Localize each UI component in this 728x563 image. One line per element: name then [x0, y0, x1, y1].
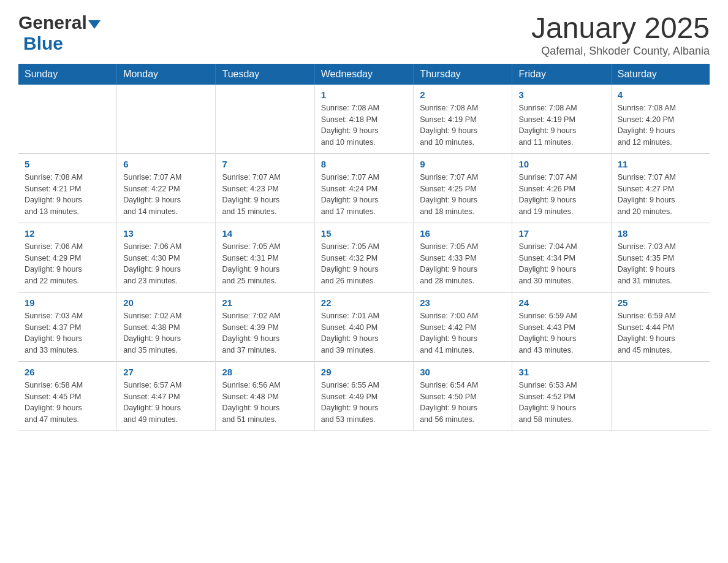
day-info: Sunrise: 7:07 AMSunset: 4:26 PMDaylight:…: [518, 172, 604, 218]
calendar-header-row: SundayMondayTuesdayWednesdayThursdayFrid…: [18, 64, 710, 85]
calendar-week-row: 19Sunrise: 7:03 AMSunset: 4:37 PMDayligh…: [18, 292, 710, 361]
logo-arrow-icon: [88, 20, 100, 29]
day-number: 30: [420, 367, 506, 377]
day-number: 1: [321, 90, 407, 100]
page-title: January 2025: [531, 12, 710, 45]
calendar-day-cell: 1Sunrise: 7:08 AMSunset: 4:18 PMDaylight…: [314, 85, 413, 154]
calendar-day-cell: 2Sunrise: 7:08 AMSunset: 4:19 PMDaylight…: [414, 85, 512, 154]
page-header: General Blue January 2025 Qafemal, Shkod…: [18, 12, 710, 58]
day-info: Sunrise: 7:07 AMSunset: 4:25 PMDaylight:…: [420, 172, 506, 218]
day-number: 22: [321, 297, 407, 308]
calendar-day-cell: 18Sunrise: 7:03 AMSunset: 4:35 PMDayligh…: [611, 223, 710, 292]
day-number: 27: [123, 367, 209, 377]
calendar-week-row: 5Sunrise: 7:08 AMSunset: 4:21 PMDaylight…: [18, 153, 710, 223]
day-info: Sunrise: 7:07 AMSunset: 4:27 PMDaylight:…: [618, 172, 703, 218]
logo-general-text: General: [18, 12, 87, 33]
day-info: Sunrise: 7:08 AMSunset: 4:19 PMDaylight:…: [420, 102, 506, 148]
day-number: 29: [321, 367, 407, 377]
calendar-day-cell: 14Sunrise: 7:05 AMSunset: 4:31 PMDayligh…: [216, 223, 314, 292]
calendar-day-cell: 31Sunrise: 6:53 AMSunset: 4:52 PMDayligh…: [512, 361, 611, 431]
calendar-day-cell: [216, 85, 314, 154]
day-number: 9: [420, 159, 506, 169]
day-info: Sunrise: 6:53 AMSunset: 4:52 PMDaylight:…: [518, 380, 604, 426]
day-number: 17: [518, 228, 604, 239]
day-number: 4: [618, 90, 703, 100]
page-subtitle: Qafemal, Shkoder County, Albania: [531, 45, 710, 58]
day-info: Sunrise: 6:59 AMSunset: 4:44 PMDaylight:…: [618, 310, 703, 356]
day-info: Sunrise: 7:03 AMSunset: 4:37 PMDaylight:…: [25, 310, 110, 356]
day-number: 21: [222, 297, 308, 308]
day-info: Sunrise: 7:07 AMSunset: 4:23 PMDaylight:…: [222, 172, 308, 218]
calendar-day-cell: 12Sunrise: 7:06 AMSunset: 4:29 PMDayligh…: [18, 223, 117, 292]
day-number: 13: [123, 228, 209, 239]
calendar-day-cell: 20Sunrise: 7:02 AMSunset: 4:38 PMDayligh…: [117, 292, 216, 361]
calendar-day-cell: 22Sunrise: 7:01 AMSunset: 4:40 PMDayligh…: [314, 292, 413, 361]
calendar-day-cell: 10Sunrise: 7:07 AMSunset: 4:26 PMDayligh…: [512, 153, 611, 223]
day-info: Sunrise: 6:59 AMSunset: 4:43 PMDaylight:…: [518, 310, 604, 356]
calendar-day-cell: 25Sunrise: 6:59 AMSunset: 4:44 PMDayligh…: [611, 292, 710, 361]
calendar-day-cell: 4Sunrise: 7:08 AMSunset: 4:20 PMDaylight…: [611, 85, 710, 154]
day-number: 23: [420, 297, 506, 308]
day-number: 26: [25, 367, 110, 377]
day-info: Sunrise: 7:08 AMSunset: 4:21 PMDaylight:…: [25, 172, 110, 218]
calendar-day-cell: 9Sunrise: 7:07 AMSunset: 4:25 PMDaylight…: [414, 153, 512, 223]
day-of-week-header: Friday: [512, 64, 611, 85]
day-info: Sunrise: 7:02 AMSunset: 4:39 PMDaylight:…: [222, 310, 308, 356]
day-number: 19: [25, 297, 110, 308]
day-info: Sunrise: 7:08 AMSunset: 4:18 PMDaylight:…: [321, 102, 407, 148]
day-info: Sunrise: 6:55 AMSunset: 4:49 PMDaylight:…: [321, 380, 407, 426]
day-number: 11: [618, 159, 703, 169]
calendar-week-row: 26Sunrise: 6:58 AMSunset: 4:45 PMDayligh…: [18, 361, 710, 431]
day-of-week-header: Monday: [117, 64, 216, 85]
day-number: 24: [518, 297, 604, 308]
day-number: 18: [618, 228, 703, 239]
day-of-week-header: Saturday: [611, 64, 710, 85]
calendar-day-cell: 30Sunrise: 6:54 AMSunset: 4:50 PMDayligh…: [414, 361, 512, 431]
day-of-week-header: Sunday: [18, 64, 117, 85]
day-info: Sunrise: 7:01 AMSunset: 4:40 PMDaylight:…: [321, 310, 407, 356]
day-of-week-header: Tuesday: [216, 64, 314, 85]
day-info: Sunrise: 6:57 AMSunset: 4:47 PMDaylight:…: [123, 380, 209, 426]
calendar-day-cell: 29Sunrise: 6:55 AMSunset: 4:49 PMDayligh…: [314, 361, 413, 431]
day-number: 5: [25, 159, 110, 169]
day-of-week-header: Wednesday: [314, 64, 413, 85]
calendar-day-cell: 19Sunrise: 7:03 AMSunset: 4:37 PMDayligh…: [18, 292, 117, 361]
calendar-table: SundayMondayTuesdayWednesdayThursdayFrid…: [18, 64, 710, 431]
day-info: Sunrise: 6:56 AMSunset: 4:48 PMDaylight:…: [222, 380, 308, 426]
calendar-day-cell: 21Sunrise: 7:02 AMSunset: 4:39 PMDayligh…: [216, 292, 314, 361]
day-number: 7: [222, 159, 308, 169]
calendar-day-cell: 7Sunrise: 7:07 AMSunset: 4:23 PMDaylight…: [216, 153, 314, 223]
calendar-day-cell: 17Sunrise: 7:04 AMSunset: 4:34 PMDayligh…: [512, 223, 611, 292]
day-info: Sunrise: 7:06 AMSunset: 4:29 PMDaylight:…: [25, 241, 110, 287]
day-info: Sunrise: 6:54 AMSunset: 4:50 PMDaylight:…: [420, 380, 506, 426]
calendar-day-cell: 28Sunrise: 6:56 AMSunset: 4:48 PMDayligh…: [216, 361, 314, 431]
day-number: 12: [25, 228, 110, 239]
day-number: 3: [518, 90, 604, 100]
day-info: Sunrise: 7:05 AMSunset: 4:33 PMDaylight:…: [420, 241, 506, 287]
logo-blue-text: Blue: [23, 33, 63, 54]
day-of-week-header: Thursday: [414, 64, 512, 85]
calendar-day-cell: 11Sunrise: 7:07 AMSunset: 4:27 PMDayligh…: [611, 153, 710, 223]
day-number: 16: [420, 228, 506, 239]
day-number: 14: [222, 228, 308, 239]
calendar-day-cell: [18, 85, 117, 154]
day-info: Sunrise: 6:58 AMSunset: 4:45 PMDaylight:…: [25, 380, 110, 426]
logo: General Blue: [18, 12, 100, 54]
day-info: Sunrise: 7:08 AMSunset: 4:20 PMDaylight:…: [618, 102, 703, 148]
calendar-day-cell: 26Sunrise: 6:58 AMSunset: 4:45 PMDayligh…: [18, 361, 117, 431]
day-info: Sunrise: 7:08 AMSunset: 4:19 PMDaylight:…: [518, 102, 604, 148]
day-number: 31: [518, 367, 604, 377]
day-info: Sunrise: 7:04 AMSunset: 4:34 PMDaylight:…: [518, 241, 604, 287]
day-info: Sunrise: 7:03 AMSunset: 4:35 PMDaylight:…: [618, 241, 703, 287]
day-number: 10: [518, 159, 604, 169]
calendar-day-cell: 8Sunrise: 7:07 AMSunset: 4:24 PMDaylight…: [314, 153, 413, 223]
day-info: Sunrise: 7:07 AMSunset: 4:24 PMDaylight:…: [321, 172, 407, 218]
title-block: January 2025 Qafemal, Shkoder County, Al…: [531, 12, 710, 58]
day-number: 25: [618, 297, 703, 308]
day-info: Sunrise: 7:06 AMSunset: 4:30 PMDaylight:…: [123, 241, 209, 287]
calendar-day-cell: [117, 85, 216, 154]
calendar-day-cell: 3Sunrise: 7:08 AMSunset: 4:19 PMDaylight…: [512, 85, 611, 154]
calendar-day-cell: 6Sunrise: 7:07 AMSunset: 4:22 PMDaylight…: [117, 153, 216, 223]
day-info: Sunrise: 7:05 AMSunset: 4:31 PMDaylight:…: [222, 241, 308, 287]
calendar-day-cell: [611, 361, 710, 431]
